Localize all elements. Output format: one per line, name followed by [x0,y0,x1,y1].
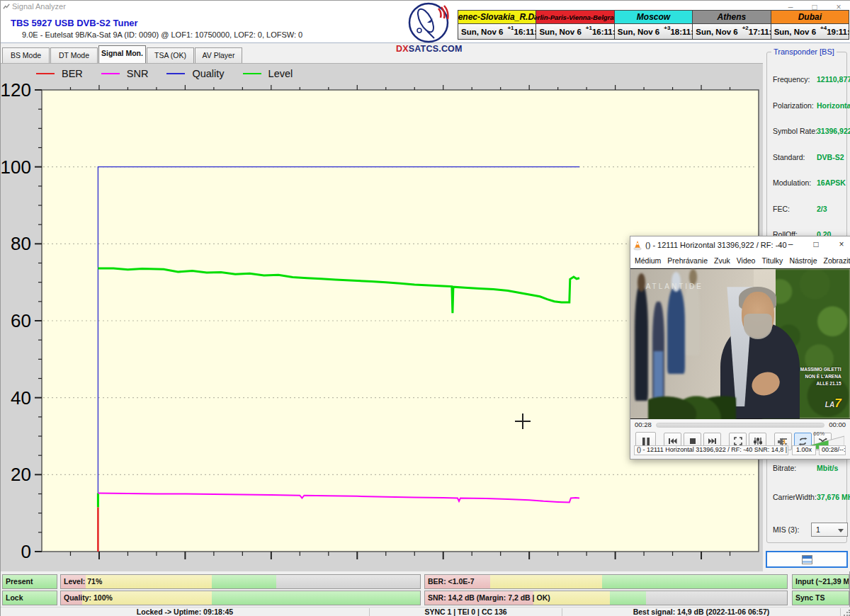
status-best-signal: Best signal: 14,9 dB (2022-11-06 06:57) [562,608,840,616]
world-clocks: Lučenec-Slovakia_R.DávidSun, Nov 6+116:1… [458,10,849,40]
vlc-cone-icon [633,240,642,251]
vlc-menu-item[interactable]: Zobraziť [823,256,850,265]
chart-legend: BERSNRQualityLevel [36,68,293,79]
tuner-name: TBS 5927 USB DVB-S2 Tuner [11,18,138,28]
vlc-menu-item[interactable]: Titulky [761,256,783,265]
logo-text: DXSATCS.COM [396,44,461,54]
tab-signal-mon-[interactable]: Signal Mon. [98,45,146,63]
bar-segment-green [212,591,420,605]
vlc-status-row: () - 12111 Horizontal 31396,922 / RF: -4… [630,452,850,460]
legend-item-snr: SNR [101,68,149,79]
svg-text:100: 100 [1,156,31,178]
app-icon [3,3,11,11]
transponder-row: FEC:2/3 [773,205,846,215]
svg-text:120: 120 [1,79,31,101]
legend-label: Quality [192,68,224,79]
vlc-playback-rate[interactable]: 1.00x [792,445,816,455]
transponder-title: Transponder [BS] [771,47,837,56]
vlc-menu-item[interactable]: Nástroje [789,256,817,265]
level-bar: Level: 71% [60,574,421,589]
channel-watermark: ATLANTIDE [646,283,703,290]
clock-time: Sun, Nov 6+116:11:01 [458,24,536,39]
clock-column: AthensSun, Nov 6+217:11:01 [693,11,771,39]
bar-segment-gray [646,591,787,605]
legend-item-level: Level [243,68,293,79]
header: Signal Analyzer – □ × TBS 5927 USB DVB-S… [1,1,850,43]
snr-bar: SNR: 14,2 dB (Margin: 7,2 dB | OK) [424,591,788,605]
svg-text:40: 40 [11,387,31,409]
resize-grip[interactable] [843,610,850,616]
vlc-menubar: MédiumPrehrávanieZvukVideoTitulkyNástroj… [630,253,850,268]
signal-analyzer-window: Signal Analyzer – □ × TBS 5927 USB DVB-S… [0,0,850,616]
status-bar: Locked -> Uptime: 09:18:45 SYNC 1 | TEI … [1,607,850,616]
vlc-seek-bar[interactable] [656,423,824,428]
vlc-minimize-button[interactable]: – [785,236,796,253]
present-indicator: Present [2,574,57,589]
legend-item-ber: BER [36,68,83,79]
vlc-seek-row: 00:28 00:00 [630,419,850,430]
bar-segment-green [212,575,276,588]
transponder-row: Modulation:16APSK [773,178,846,188]
transponder-row: Symbol Rate:31396,922 KS/s [773,127,846,137]
clock-column: MoscowSun, Nov 6+318:11:01 [615,11,693,39]
promo-caption: MASSIMO GILETTI NON È L'ARENA ALLE 21.15 [800,366,842,387]
legend-swatch [101,73,120,74]
sync-ts-indicator: Sync TS [792,591,849,605]
transponder-row: Polarization:Horizontal [773,101,846,111]
clock-city-label: Berlin-Paris-Vienna-Belgrade [536,11,613,24]
quality-bar: Quality: 100% [60,591,421,605]
clock-time: Sun, Nov 6+318:11:01 [615,24,692,39]
clock-city-label: Dubai [771,11,849,24]
lock-indicator: Lock [2,591,57,605]
vlc-time-display[interactable]: 00:28/--:-- [819,445,846,455]
transponder-row: Frequency:12110,877 MHz [773,75,846,85]
bitrate-row: Bitrate: Mbit/s [773,464,846,474]
bar-segment-yellow [86,575,211,588]
bar-segment-yellow [490,575,602,588]
bar-segment-gray [276,575,420,588]
svg-text:60: 60 [11,310,31,331]
legend-swatch [166,73,185,74]
clock-time: Sun, Nov 6+419:11:01 [771,24,849,39]
vlc-menu-item[interactable]: Médium [635,256,661,265]
vlc-time-elapsed: 00:28 [635,421,652,428]
legend-label: Level [268,68,293,79]
clock-city-label: Athens [693,11,770,24]
vlc-title: () - 12111 Horizontal 31396,922 / RF: -4… [645,241,787,249]
vlc-status-text: () - 12111 Horizontal 31396,922 / RF: -4… [634,445,788,455]
status-locked-uptime: Locked -> Uptime: 09:18:45 [1,608,369,616]
vlc-menu-item[interactable]: Zvuk [714,256,730,265]
tab-bs-mode[interactable]: BS Mode [2,47,50,63]
legend-item-quality: Quality [166,68,224,79]
clock-column: Berlin-Paris-Vienna-BelgradeSun, Nov 6+1… [536,11,614,39]
vlc-close-button[interactable]: × [836,236,847,253]
transponder-list-button[interactable] [766,551,848,568]
vlc-menu-item[interactable]: Prehrávanie [667,256,708,265]
tab-av-player[interactable]: AV Player [195,47,242,63]
bar-segment-green [602,575,787,588]
clock-time: Sun, Nov 6+217:11:01 [693,24,770,39]
signal-status-rows: Present Level: 71% BER: <1.0E-7 Input (~… [1,573,850,607]
satellite-dish-icon [407,1,450,44]
dxsatcs-logo: DXSATCS.COM [396,1,461,59]
legend-swatch [243,73,261,74]
legend-label: BER [62,68,83,79]
legend-label: SNR [127,68,149,79]
status-sync-tei-cc: SYNC 1 | TEI 0 | CC 136 [370,608,562,616]
vlc-video-area: ATLANTIDE MASSIMO GILETTI NON È L'ARENA … [630,268,850,419]
svg-text:20: 20 [11,464,31,485]
vlc-titlebar[interactable]: () - 12111 Horizontal 31396,922 / RF: -4… [630,236,850,253]
vlc-menu-item[interactable]: Video [737,256,756,265]
tab-tsa-ok-[interactable]: TSA (OK) [147,47,194,63]
tab-bar: BS ModeDT ModeSignal Mon.TSA (OK)AV Play… [2,45,243,63]
svg-text:0: 0 [21,541,31,562]
la7-logo: LA7 [825,397,842,411]
foreground-plants [648,374,736,419]
bar-segment-green [610,591,646,605]
clock-city-label: Moscow [615,11,692,24]
vlc-maximize-button[interactable]: □ [810,236,822,253]
clock-column: Lučenec-Slovakia_R.DávidSun, Nov 6+116:1… [458,11,536,39]
tab-dt-mode[interactable]: DT Mode [50,47,98,63]
window-title: Signal Analyzer [12,2,66,11]
mis-dropdown[interactable]: 1 [811,523,848,537]
